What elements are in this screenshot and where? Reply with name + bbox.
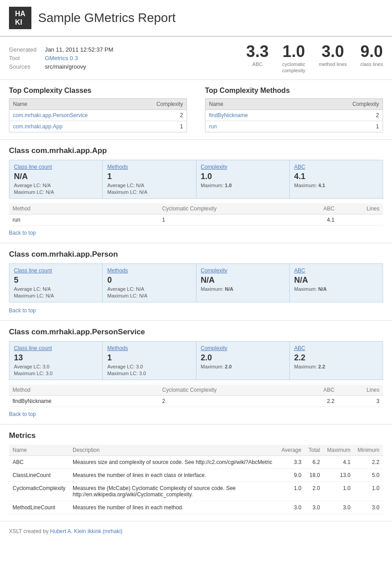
metrics-header-row: Name Description Average Total Maximum M… <box>9 445 383 456</box>
class-metric-sub2-0: Maximum LC: 3.0 <box>14 371 98 376</box>
method-abc-td: 2.2 <box>297 395 338 407</box>
class-link[interactable]: com.mrhaki.app.App <box>13 123 62 130</box>
method-link[interactable]: run <box>209 123 217 130</box>
class-title: Class com.mrhaki.app.Person <box>9 250 383 259</box>
top-classes-header-row: Name Complexity <box>9 98 187 109</box>
metric-name-td: MethodLineCount <box>9 501 69 514</box>
back-to-top: Back to top <box>9 229 383 236</box>
class-metrics: Class line count 5 Average LC: N/A Maxim… <box>9 263 383 302</box>
table-row: com.mrhaki.app.App1 <box>9 121 187 132</box>
class-title: Class com.mrhaki.app.PersonService <box>9 328 383 337</box>
metric-class-lines: 9.0 class lines <box>360 42 383 67</box>
class-metric-sub2-1: Maximum LC: 3.0 <box>107 371 191 376</box>
class-metric-value-2: 1.0 <box>201 172 285 181</box>
metric-name-td: ClassLineCount <box>9 468 69 481</box>
method-th-abc: ABC <box>297 203 338 214</box>
class-metric-max-2: Maximum: 2.0 <box>201 364 285 369</box>
metric-total-td: 18.0 <box>305 468 323 481</box>
back-to-top-link[interactable]: Back to top <box>9 411 36 417</box>
tool-link[interactable]: GMetrics 0.3 <box>45 55 78 61</box>
class-metric-header-2[interactable]: Complexity <box>201 267 285 274</box>
method-header-row: Method Cyclomatic Complexity ABC Lines <box>9 203 383 214</box>
table-row: com.mrhaki.app.PersonService2 <box>9 109 187 121</box>
metric-abc: 3.3 ABC <box>246 42 269 67</box>
generated-label: Generated <box>9 46 40 53</box>
class-title: Class com.mrhaki.app.App <box>9 146 383 155</box>
class-metric-header-0[interactable]: Class line count <box>14 164 98 170</box>
class-complexity-cell: 2 <box>135 109 187 121</box>
back-to-top-link[interactable]: Back to top <box>9 307 36 314</box>
class-metric-value-3: N/A <box>294 276 378 285</box>
top-methods-header-row: Name Complexity <box>205 98 383 109</box>
metrics-th-desc: Description <box>69 445 278 456</box>
class-section-1: Class com.mrhaki.app.Person Class line c… <box>0 243 392 321</box>
class-metric-header-3[interactable]: ABC <box>294 164 378 170</box>
class-name-cell: com.mrhaki.app.App <box>9 121 135 132</box>
class-metric-max-3: Maximum: 2.2 <box>294 364 378 369</box>
top-methods-th-name: Name <box>205 98 308 109</box>
footer-link[interactable]: Hubert A. Klein Ikkink (mrhaki) <box>50 528 122 534</box>
metric-cyclomatic-label: cyclomaticcomplexity <box>282 61 305 74</box>
top-classes-th-name: Name <box>9 98 135 109</box>
table-row: findByNickname 2 2.2 3 <box>9 395 383 407</box>
class-metric-header-2[interactable]: Complexity <box>201 164 285 170</box>
class-metric-cell-2: Complexity N/A Maximum: N/A <box>196 264 290 302</box>
method-th-lines: Lines <box>338 385 383 396</box>
top-methods-title: Top Complexity Methods <box>205 87 383 95</box>
class-metric-header-2[interactable]: Complexity <box>201 345 285 351</box>
method-th-abc: ABC <box>297 385 338 396</box>
class-metric-max-3: Maximum: 4.1 <box>294 183 378 188</box>
back-to-top-link[interactable]: Back to top <box>9 230 36 236</box>
metric-min-td: 1.0 <box>354 481 383 501</box>
class-metric-cell-0: Class line count 5 Average LC: N/A Maxim… <box>9 264 103 302</box>
class-metric-header-0[interactable]: Class line count <box>14 267 98 274</box>
class-metric-sub1-0: Average LC: N/A <box>14 183 98 188</box>
class-metric-value-2: N/A <box>201 276 285 285</box>
class-metric-header-3[interactable]: ABC <box>294 267 378 274</box>
table-row: MethodLineCount Measures the number of l… <box>9 501 383 514</box>
table-row: run 1 4.1 <box>9 214 383 225</box>
metric-abc-label: ABC <box>246 61 269 67</box>
method-th-cyclomatic: Cyclomatic Complexity <box>159 385 297 396</box>
metrics-th-name: Name <box>9 445 69 456</box>
metric-cyclomatic: 1.0 cyclomaticcomplexity <box>282 42 305 74</box>
metric-max-td: 1.0 <box>323 481 354 501</box>
sources-value: src/main/groovy <box>45 63 86 70</box>
method-th-name: Method <box>9 203 159 214</box>
top-methods-th-complexity: Complexity <box>308 98 383 109</box>
metric-desc-td: Measures the number of lines in each met… <box>69 501 278 514</box>
class-metric-header-1[interactable]: Methods <box>107 164 191 170</box>
class-metric-header-3[interactable]: ABC <box>294 345 378 351</box>
metric-avg-td: 3.3 <box>278 455 305 468</box>
method-lines-td: 3 <box>338 395 383 407</box>
metric-class-lines-value: 9.0 <box>360 42 383 61</box>
class-metric-header-1[interactable]: Methods <box>107 345 191 351</box>
metric-min-td: 2.2 <box>354 455 383 468</box>
metric-max-td: 3.0 <box>323 501 354 514</box>
metric-avg-td: 1.0 <box>278 481 305 501</box>
metric-name-td: CyclomaticComplexity <box>9 481 69 501</box>
class-metric-sub2-1: Maximum LC: N/A <box>107 293 191 298</box>
metrics-th-maximum: Maximum <box>323 445 354 456</box>
metric-class-lines-label: class lines <box>360 61 383 67</box>
class-metric-cell-1: Methods 1 Average LC: N/A Maximum LC: N/… <box>103 160 196 198</box>
class-metric-header-1[interactable]: Methods <box>107 267 191 274</box>
metric-method-lines-label: method lines <box>319 61 347 67</box>
method-link[interactable]: findByNickname <box>209 112 248 118</box>
generated-row: Generated Jan 11, 2011 12:52:37 PM <box>9 46 113 53</box>
metric-max-td: 4.1 <box>323 455 354 468</box>
top-classes-table: Name Complexity com.mrhaki.app.PersonSer… <box>9 98 187 132</box>
class-section-2: Class com.mrhaki.app.PersonService Class… <box>0 321 392 425</box>
method-name-cell: findByNickname <box>205 109 308 121</box>
method-th-lines: Lines <box>338 203 383 214</box>
metrics-title: Metrics <box>9 431 383 440</box>
class-metric-header-0[interactable]: Class line count <box>14 345 98 351</box>
table-row: findByNickname2 <box>205 109 383 121</box>
class-link[interactable]: com.mrhaki.app.PersonService <box>13 112 88 118</box>
method-lines-td <box>338 214 383 225</box>
class-metric-sub1-1: Average LC: N/A <box>107 183 191 188</box>
class-metric-value-3: 2.2 <box>294 353 378 363</box>
top-classes-th-complexity: Complexity <box>135 98 187 109</box>
class-metric-cell-3: ABC N/A Maximum: N/A <box>290 264 383 302</box>
class-metric-value-1: 1 <box>107 172 191 181</box>
